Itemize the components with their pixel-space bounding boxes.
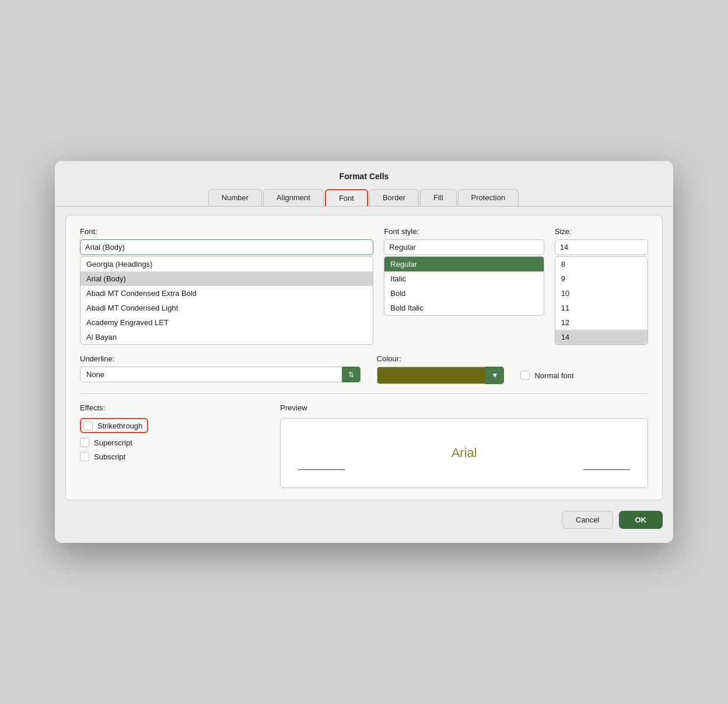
- tab-font[interactable]: Font: [325, 189, 368, 206]
- tab-number[interactable]: Number: [208, 189, 262, 206]
- font-list-item[interactable]: Georgia (Headings): [80, 257, 373, 271]
- effects-title: Effects:: [80, 403, 264, 412]
- chevron-down-icon: ▼: [491, 371, 498, 379]
- underline-label: Underline:: [80, 354, 360, 363]
- font-style-size-section: Font: Georgia (Headings) Arial (Body) Ab…: [80, 227, 648, 345]
- preview-box: Arial: [280, 418, 648, 488]
- size-input[interactable]: [555, 239, 648, 255]
- size-column: Size: 8 9 10 11 12 14: [555, 227, 648, 345]
- size-list-item[interactable]: 8: [555, 257, 648, 271]
- format-cells-dialog: Format Cells Number Alignment Font Borde…: [55, 161, 673, 543]
- tab-fill[interactable]: Fill: [420, 189, 457, 206]
- normal-font-checkbox[interactable]: [520, 371, 530, 380]
- strikethrough-highlight-row: Strikethrough: [80, 418, 148, 433]
- effects-list: Strikethrough Superscript Subscript: [80, 418, 264, 461]
- normal-font-col: Normal font: [520, 371, 648, 380]
- tabs-row: Number Alignment Font Border Fill Protec…: [55, 189, 673, 207]
- chevron-icon: ⇅: [348, 371, 354, 379]
- style-list-item[interactable]: Italic: [384, 271, 544, 286]
- superscript-checkbox[interactable]: [80, 438, 89, 447]
- colour-column: Colour: ▼: [377, 354, 505, 384]
- size-list-item[interactable]: 14: [555, 330, 648, 344]
- subscript-checkbox[interactable]: [80, 452, 89, 461]
- underline-dropdown-btn[interactable]: ⇅: [342, 367, 360, 382]
- underline-select-wrap: None ⇅: [80, 367, 360, 382]
- preview-line-right: [583, 469, 630, 471]
- colour-dropdown-btn[interactable]: ▼: [485, 367, 504, 384]
- superscript-text: Superscript: [94, 438, 132, 447]
- style-column: Font style: Regular Italic Bold Bold Ita…: [384, 227, 544, 345]
- font-label: Font:: [80, 227, 373, 236]
- strikethrough-text: Strikethrough: [97, 421, 142, 430]
- subscript-label[interactable]: Subscript: [80, 452, 264, 461]
- font-input[interactable]: [80, 239, 373, 255]
- colour-label: Colour:: [377, 354, 505, 363]
- size-list-item[interactable]: 11: [555, 301, 648, 315]
- underline-colour-section: Underline: None ⇅ Colour: ▼: [80, 354, 648, 384]
- preview-title: Preview: [280, 403, 648, 412]
- style-list[interactable]: Regular Italic Bold Bold Italic: [384, 256, 544, 316]
- cancel-button[interactable]: Cancel: [562, 511, 612, 529]
- preview-text: Arial: [452, 445, 477, 461]
- preview-lines: [281, 469, 648, 471]
- style-label: Font style:: [384, 227, 544, 236]
- font-list-item[interactable]: Academy Engraved LET: [80, 315, 373, 330]
- dialog-footer: Cancel OK: [55, 511, 673, 529]
- effects-preview-section: Effects: Strikethrough Superscript: [80, 403, 648, 488]
- font-list-item[interactable]: Abadi MT Condensed Extra Bold: [80, 286, 373, 301]
- tab-protection[interactable]: Protection: [458, 189, 519, 206]
- size-list-item[interactable]: 10: [555, 286, 648, 301]
- tab-alignment[interactable]: Alignment: [263, 189, 324, 206]
- section-divider: [80, 393, 648, 394]
- style-list-item[interactable]: Bold Italic: [384, 301, 544, 315]
- ok-button[interactable]: OK: [619, 511, 663, 529]
- font-list[interactable]: Georgia (Headings) Arial (Body) Abadi MT…: [80, 256, 373, 345]
- preview-line-left: [298, 469, 345, 471]
- colour-picker-wrap: ▼: [377, 367, 505, 384]
- strikethrough-label[interactable]: Strikethrough: [80, 418, 264, 433]
- style-list-item[interactable]: Regular: [384, 257, 544, 271]
- size-list-item[interactable]: 9: [555, 271, 648, 286]
- font-list-item[interactable]: Al Bayan: [80, 330, 373, 344]
- subscript-text: Subscript: [94, 452, 125, 461]
- normal-font-label: Normal font: [534, 371, 573, 380]
- font-list-item[interactable]: Arial (Body): [80, 271, 373, 286]
- superscript-label[interactable]: Superscript: [80, 438, 264, 447]
- dialog-body: Font: Georgia (Headings) Arial (Body) Ab…: [65, 215, 663, 500]
- underline-column: Underline: None ⇅: [80, 354, 360, 382]
- colour-swatch[interactable]: [377, 367, 486, 384]
- size-label: Size:: [555, 227, 648, 236]
- size-list-item[interactable]: 12: [555, 315, 648, 330]
- dialog-title: Format Cells: [55, 161, 673, 189]
- effects-column: Effects: Strikethrough Superscript: [80, 403, 264, 488]
- underline-select[interactable]: None: [80, 367, 360, 382]
- strikethrough-checkbox[interactable]: [83, 421, 93, 430]
- style-input[interactable]: [384, 239, 544, 255]
- font-list-item[interactable]: Abadi MT Condensed Light: [80, 301, 373, 315]
- font-column: Font: Georgia (Headings) Arial (Body) Ab…: [80, 227, 373, 345]
- preview-column: Preview Arial: [280, 403, 648, 488]
- style-list-item[interactable]: Bold: [384, 286, 544, 301]
- tab-border[interactable]: Border: [369, 189, 419, 206]
- size-list[interactable]: 8 9 10 11 12 14: [555, 256, 648, 345]
